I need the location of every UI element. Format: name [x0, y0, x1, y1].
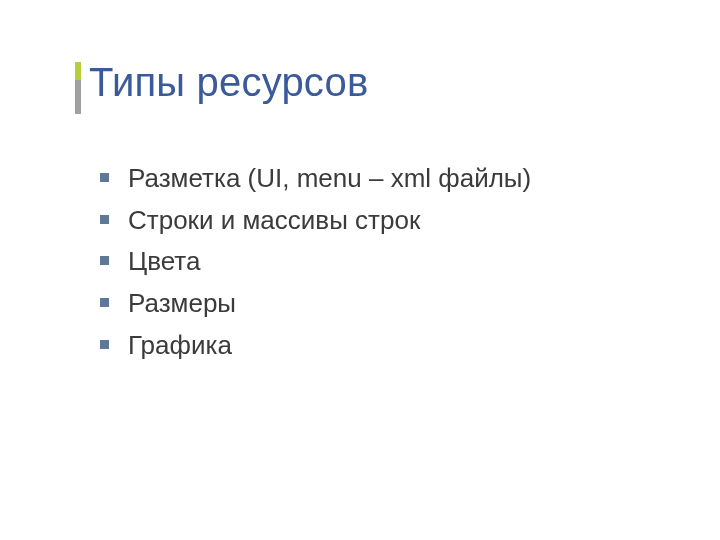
slide: Типы ресурсов Разметка (UI, menu – xml ф…	[0, 0, 720, 540]
list-item: Цвета	[100, 243, 660, 281]
title-block: Типы ресурсов	[75, 60, 660, 120]
list-item: Разметка (UI, menu – xml файлы)	[100, 160, 660, 198]
slide-title: Типы ресурсов	[89, 60, 368, 104]
title-accent-bar	[75, 62, 81, 114]
list-item: Размеры	[100, 285, 660, 323]
list-item: Строки и массивы строк	[100, 202, 660, 240]
bullet-list: Разметка (UI, menu – xml файлы) Строки и…	[100, 160, 660, 364]
list-item: Графика	[100, 327, 660, 365]
slide-body: Разметка (UI, menu – xml файлы) Строки и…	[100, 160, 660, 368]
